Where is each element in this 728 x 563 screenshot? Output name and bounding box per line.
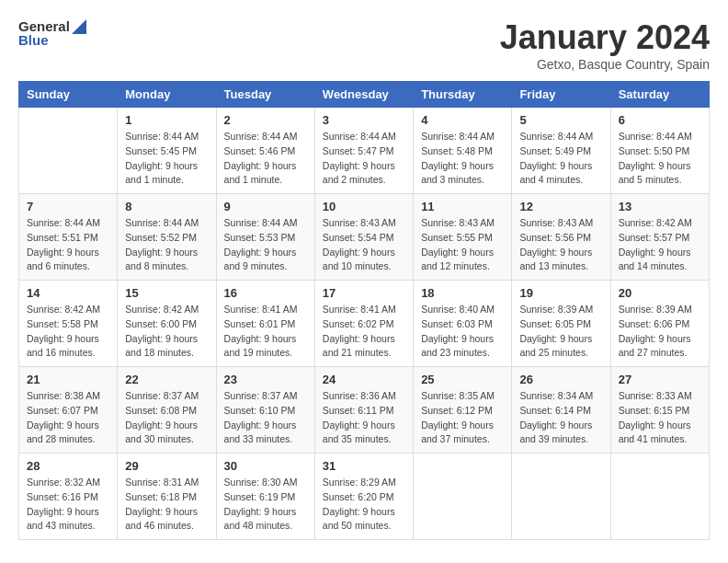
day-info: Sunrise: 8:42 AM Sunset: 5:58 PM Dayligh… <box>27 303 109 361</box>
day-info: Sunrise: 8:33 AM Sunset: 6:15 PM Dayligh… <box>619 389 701 447</box>
day-number: 10 <box>323 200 405 213</box>
day-number: 2 <box>224 113 307 127</box>
day-cell: 27Sunrise: 8:33 AM Sunset: 6:15 PM Dayli… <box>610 367 709 454</box>
logo: General Blue <box>18 18 86 48</box>
day-info: Sunrise: 8:37 AM Sunset: 6:10 PM Dayligh… <box>224 389 307 447</box>
day-number: 11 <box>421 200 504 213</box>
day-info: Sunrise: 8:44 AM Sunset: 5:52 PM Dayligh… <box>125 216 208 274</box>
day-info: Sunrise: 8:44 AM Sunset: 5:47 PM Dayligh… <box>323 130 405 188</box>
day-info: Sunrise: 8:41 AM Sunset: 6:02 PM Dayligh… <box>323 303 405 361</box>
day-info: Sunrise: 8:34 AM Sunset: 6:14 PM Dayligh… <box>519 389 602 447</box>
day-number: 30 <box>224 459 307 473</box>
day-info: Sunrise: 8:32 AM Sunset: 6:16 PM Dayligh… <box>27 476 109 534</box>
week-row-1: 7Sunrise: 8:44 AM Sunset: 5:51 PM Daylig… <box>19 194 710 281</box>
day-number: 8 <box>125 200 208 213</box>
day-number: 21 <box>27 373 109 386</box>
day-number: 20 <box>619 286 701 300</box>
day-number: 23 <box>224 373 307 386</box>
day-cell: 21Sunrise: 8:38 AM Sunset: 6:07 PM Dayli… <box>19 367 118 454</box>
day-cell <box>19 108 118 194</box>
page-header: General Blue January 2024 Getxo, Basque … <box>18 18 710 72</box>
day-info: Sunrise: 8:29 AM Sunset: 6:20 PM Dayligh… <box>323 476 405 534</box>
day-number: 25 <box>421 373 504 386</box>
day-info: Sunrise: 8:42 AM Sunset: 6:00 PM Dayligh… <box>125 303 208 361</box>
day-cell: 6Sunrise: 8:44 AM Sunset: 5:50 PM Daylig… <box>610 108 709 194</box>
day-info: Sunrise: 8:36 AM Sunset: 6:11 PM Dayligh… <box>323 389 405 447</box>
day-cell: 7Sunrise: 8:44 AM Sunset: 5:51 PM Daylig… <box>19 194 118 281</box>
day-number: 24 <box>323 373 405 386</box>
header-wednesday: Wednesday <box>314 82 413 108</box>
day-cell: 30Sunrise: 8:30 AM Sunset: 6:19 PM Dayli… <box>216 454 314 540</box>
day-number: 31 <box>323 459 405 473</box>
day-cell: 1Sunrise: 8:44 AM Sunset: 5:45 PM Daylig… <box>118 108 216 194</box>
header-thursday: Thursday <box>414 82 512 108</box>
day-number: 14 <box>27 286 109 300</box>
header-sunday: Sunday <box>19 82 118 108</box>
day-number: 18 <box>421 286 504 300</box>
day-cell: 20Sunrise: 8:39 AM Sunset: 6:06 PM Dayli… <box>610 281 709 367</box>
day-cell: 8Sunrise: 8:44 AM Sunset: 5:52 PM Daylig… <box>118 194 216 281</box>
day-cell: 13Sunrise: 8:42 AM Sunset: 5:57 PM Dayli… <box>610 194 709 281</box>
day-info: Sunrise: 8:31 AM Sunset: 6:18 PM Dayligh… <box>125 476 208 534</box>
day-number: 29 <box>125 459 208 473</box>
day-number: 26 <box>519 373 602 386</box>
day-cell: 10Sunrise: 8:43 AM Sunset: 5:54 PM Dayli… <box>314 194 413 281</box>
day-number: 28 <box>27 459 109 473</box>
day-cell: 12Sunrise: 8:43 AM Sunset: 5:56 PM Dayli… <box>512 194 610 281</box>
day-info: Sunrise: 8:37 AM Sunset: 6:08 PM Dayligh… <box>125 389 208 447</box>
calendar-table: SundayMondayTuesdayWednesdayThursdayFrid… <box>18 81 710 540</box>
day-cell: 15Sunrise: 8:42 AM Sunset: 6:00 PM Dayli… <box>118 281 216 367</box>
day-number: 12 <box>519 200 602 213</box>
calendar-header-row: SundayMondayTuesdayWednesdayThursdayFrid… <box>19 82 710 108</box>
day-cell: 18Sunrise: 8:40 AM Sunset: 6:03 PM Dayli… <box>414 281 512 367</box>
day-cell: 16Sunrise: 8:41 AM Sunset: 6:01 PM Dayli… <box>216 281 314 367</box>
location-subtitle: Getxo, Basque Country, Spain <box>500 57 710 72</box>
day-cell: 23Sunrise: 8:37 AM Sunset: 6:10 PM Dayli… <box>216 367 314 454</box>
day-info: Sunrise: 8:30 AM Sunset: 6:19 PM Dayligh… <box>224 476 307 534</box>
day-number: 16 <box>224 286 307 300</box>
header-monday: Monday <box>118 82 216 108</box>
day-number: 3 <box>323 113 405 127</box>
day-cell: 22Sunrise: 8:37 AM Sunset: 6:08 PM Dayli… <box>118 367 216 454</box>
day-cell <box>512 454 610 540</box>
week-row-3: 21Sunrise: 8:38 AM Sunset: 6:07 PM Dayli… <box>19 367 710 454</box>
day-cell: 14Sunrise: 8:42 AM Sunset: 5:58 PM Dayli… <box>19 281 118 367</box>
day-number: 4 <box>421 113 504 127</box>
day-number: 9 <box>224 200 307 213</box>
day-info: Sunrise: 8:35 AM Sunset: 6:12 PM Dayligh… <box>421 389 504 447</box>
day-info: Sunrise: 8:38 AM Sunset: 6:07 PM Dayligh… <box>27 389 109 447</box>
header-tuesday: Tuesday <box>216 82 314 108</box>
day-info: Sunrise: 8:44 AM Sunset: 5:53 PM Dayligh… <box>224 216 307 274</box>
week-row-0: 1Sunrise: 8:44 AM Sunset: 5:45 PM Daylig… <box>19 108 710 194</box>
day-cell: 28Sunrise: 8:32 AM Sunset: 6:16 PM Dayli… <box>19 454 118 540</box>
day-info: Sunrise: 8:44 AM Sunset: 5:51 PM Dayligh… <box>27 216 109 274</box>
day-info: Sunrise: 8:42 AM Sunset: 5:57 PM Dayligh… <box>619 216 701 274</box>
day-number: 6 <box>619 113 701 127</box>
day-info: Sunrise: 8:44 AM Sunset: 5:50 PM Dayligh… <box>619 130 701 188</box>
day-cell: 19Sunrise: 8:39 AM Sunset: 6:05 PM Dayli… <box>512 281 610 367</box>
day-cell: 24Sunrise: 8:36 AM Sunset: 6:11 PM Dayli… <box>314 367 413 454</box>
day-cell: 11Sunrise: 8:43 AM Sunset: 5:55 PM Dayli… <box>414 194 512 281</box>
logo-blue: Blue <box>18 32 86 48</box>
day-cell: 3Sunrise: 8:44 AM Sunset: 5:47 PM Daylig… <box>314 108 413 194</box>
week-row-4: 28Sunrise: 8:32 AM Sunset: 6:16 PM Dayli… <box>19 454 710 540</box>
day-cell: 26Sunrise: 8:34 AM Sunset: 6:14 PM Dayli… <box>512 367 610 454</box>
day-number: 7 <box>27 200 109 213</box>
day-cell <box>610 454 709 540</box>
day-cell: 25Sunrise: 8:35 AM Sunset: 6:12 PM Dayli… <box>414 367 512 454</box>
day-number: 5 <box>519 113 602 127</box>
day-info: Sunrise: 8:43 AM Sunset: 5:55 PM Dayligh… <box>421 216 504 274</box>
day-cell: 29Sunrise: 8:31 AM Sunset: 6:18 PM Dayli… <box>118 454 216 540</box>
day-info: Sunrise: 8:44 AM Sunset: 5:45 PM Dayligh… <box>125 130 208 188</box>
day-number: 17 <box>323 286 405 300</box>
month-title: January 2024 <box>500 18 710 57</box>
day-info: Sunrise: 8:40 AM Sunset: 6:03 PM Dayligh… <box>421 303 504 361</box>
day-cell: 17Sunrise: 8:41 AM Sunset: 6:02 PM Dayli… <box>314 281 413 367</box>
day-number: 13 <box>619 200 701 213</box>
day-number: 15 <box>125 286 208 300</box>
day-info: Sunrise: 8:43 AM Sunset: 5:54 PM Dayligh… <box>323 216 405 274</box>
header-friday: Friday <box>512 82 610 108</box>
day-info: Sunrise: 8:43 AM Sunset: 5:56 PM Dayligh… <box>519 216 602 274</box>
day-number: 19 <box>519 286 602 300</box>
day-cell: 4Sunrise: 8:44 AM Sunset: 5:48 PM Daylig… <box>414 108 512 194</box>
